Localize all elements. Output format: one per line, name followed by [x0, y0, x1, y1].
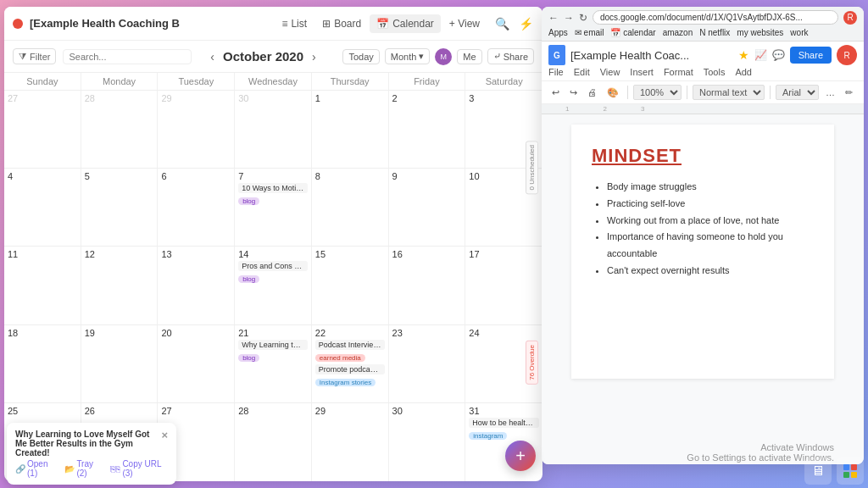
- calendar-day[interactable]: 30: [235, 91, 312, 168]
- calendar-day[interactable]: 1: [312, 91, 389, 168]
- calendar-day[interactable]: 7 10 Ways to Motivate Yo... blog: [235, 169, 312, 246]
- notification-bar: Why Learning to Love Myself Got Me Bette…: [7, 423, 176, 485]
- event-item[interactable]: Promote podcast epis...: [315, 364, 385, 374]
- calendar-day[interactable]: 9: [389, 169, 466, 246]
- calendar-day[interactable]: 15: [312, 247, 389, 324]
- event-item[interactable]: Pros and Cons of a Ket...: [238, 261, 308, 271]
- search-input[interactable]: [63, 49, 192, 64]
- calendar-day[interactable]: 13: [158, 247, 235, 324]
- me-button[interactable]: Me: [457, 49, 481, 64]
- zoom-select[interactable]: 100%: [633, 85, 682, 100]
- calendar-day[interactable]: 2: [389, 91, 466, 168]
- day-header-sun: Sunday: [4, 73, 81, 90]
- more-options[interactable]: …: [822, 86, 838, 99]
- filter-button[interactable]: ⧩ Filter: [13, 48, 56, 64]
- bookmark-calendar[interactable]: 📅 calendar: [610, 28, 655, 37]
- menu-edit[interactable]: Edit: [574, 67, 590, 77]
- share-button[interactable]: ⤶ Share: [487, 48, 534, 64]
- calendar-day[interactable]: 30: [389, 403, 466, 481]
- tab-list[interactable]: ≡ List: [275, 14, 314, 33]
- bookmark-apps[interactable]: Apps: [548, 28, 568, 37]
- month-button[interactable]: Month ▾: [385, 48, 431, 64]
- menu-add[interactable]: Add: [735, 67, 752, 77]
- event-item[interactable]: Podcast Interview [sho...: [315, 340, 385, 350]
- calendar-day[interactable]: 12: [81, 247, 159, 324]
- tray-action[interactable]: 📂 Tray (2): [64, 459, 102, 478]
- calendar-day[interactable]: 21 Why Learning to Love M... blog: [235, 325, 312, 402]
- forward-button[interactable]: →: [564, 12, 574, 24]
- taskbar-icon-monitor[interactable]: 🖥: [804, 458, 832, 485]
- taskbar-icons: 🖥: [804, 458, 864, 485]
- calendar-day[interactable]: 4: [4, 169, 81, 246]
- settings-icon[interactable]: ⚡: [517, 15, 534, 32]
- event-item[interactable]: Why Learning to Love M...: [238, 340, 308, 350]
- open-action[interactable]: 🔗 Open (1): [15, 459, 56, 478]
- menu-tools[interactable]: Tools: [704, 67, 726, 77]
- edit-icon[interactable]: ✏: [842, 86, 856, 100]
- calendar-day[interactable]: 18: [4, 325, 81, 402]
- gdoc-header: G [Example Health Coac... ★ 📈 💬 Share R …: [542, 42, 864, 81]
- gdoc-content: MINDSET Body image struggles Practicing …: [542, 114, 864, 464]
- menu-insert[interactable]: Insert: [630, 67, 654, 77]
- menu-file[interactable]: File: [548, 67, 564, 77]
- calendar-day[interactable]: 16: [389, 247, 466, 324]
- nav-tabs: ≡ List ⊞ Board 📅 Calendar + View: [275, 14, 487, 33]
- chrome-bar: ← → ↻ docs.google.com/document/d/1X/Q1Vs…: [548, 10, 857, 25]
- calendar-day[interactable]: 22 Podcast Interview [sho... earned medi…: [312, 325, 389, 402]
- copy-url-action[interactable]: ⎘⎘ Copy URL (3): [110, 459, 168, 478]
- star-icon[interactable]: ★: [738, 48, 749, 62]
- event-tag: earned media: [315, 354, 365, 362]
- today-button[interactable]: Today: [342, 49, 379, 64]
- calendar-day[interactable]: 8: [312, 169, 389, 246]
- reload-button[interactable]: ↻: [579, 12, 587, 24]
- paint-button[interactable]: 🎨: [604, 86, 622, 100]
- calendar-day[interactable]: 5: [81, 169, 159, 246]
- event-item[interactable]: 10 Ways to Motivate Yo...: [238, 183, 308, 193]
- calendar-day[interactable]: 27: [4, 91, 81, 168]
- print-button[interactable]: 🖨: [584, 86, 600, 99]
- menu-format[interactable]: Format: [664, 67, 693, 77]
- menu-view[interactable]: View: [600, 67, 620, 77]
- list-item: Working out from a place of love, not ha…: [607, 213, 814, 230]
- style-select[interactable]: Normal text: [693, 85, 765, 100]
- overdue-indicator: 76 Overdue: [526, 341, 538, 385]
- next-month-button[interactable]: ›: [309, 50, 320, 64]
- calendar-day[interactable]: 23: [389, 325, 466, 402]
- url-bar[interactable]: docs.google.com/document/d/1X/Q1VsAytbfD…: [593, 10, 838, 25]
- calendar-day[interactable]: 28: [235, 403, 312, 481]
- calendar-day[interactable]: 11: [4, 247, 81, 324]
- tab-calendar[interactable]: 📅 Calendar: [370, 14, 441, 33]
- share-button[interactable]: Share: [790, 47, 832, 64]
- search-icon[interactable]: 🔍: [493, 15, 510, 32]
- undo-button[interactable]: ↩: [548, 86, 563, 100]
- event-tag: blog: [238, 275, 259, 283]
- gdoc-panel: ← → ↻ docs.google.com/document/d/1X/Q1Vs…: [542, 7, 864, 464]
- calendar-day[interactable]: 29: [312, 403, 389, 481]
- calendar-day[interactable]: 28: [81, 91, 159, 168]
- prev-month-button[interactable]: ‹: [207, 50, 218, 64]
- calendar-day[interactable]: 20: [158, 325, 235, 402]
- profile-icon[interactable]: R: [843, 11, 857, 25]
- font-select[interactable]: Arial: [776, 85, 819, 100]
- tab-view[interactable]: + View: [442, 14, 487, 33]
- gdoc-title-bar: G [Example Health Coac... ★ 📈 💬 Share R: [548, 45, 857, 65]
- taskbar-icon-app[interactable]: [837, 458, 864, 485]
- gdoc-toolbar: ↩ ↪ 🖨 🎨 100% Normal text Arial … ✏: [542, 81, 864, 104]
- link-icon: 🔗: [15, 464, 25, 474]
- calendar-day[interactable]: 29: [158, 91, 235, 168]
- bookmark-mywebsites[interactable]: my websites: [737, 28, 783, 37]
- bookmark-email[interactable]: ✉ email: [575, 28, 604, 37]
- list-item: Practicing self-love: [607, 196, 814, 213]
- day-header-thu: Thursday: [312, 73, 389, 90]
- back-button[interactable]: ←: [548, 12, 559, 24]
- bookmark-netflix[interactable]: N netflix: [699, 28, 730, 37]
- doc-page: MINDSET Body image struggles Practicing …: [571, 125, 834, 379]
- close-notification-button[interactable]: ×: [161, 430, 168, 441]
- tab-board[interactable]: ⊞ Board: [315, 14, 368, 33]
- calendar-day[interactable]: 19: [81, 325, 159, 402]
- bookmark-amazon[interactable]: amazon: [663, 28, 693, 37]
- bookmark-work[interactable]: work: [790, 28, 808, 37]
- calendar-day[interactable]: 6: [158, 169, 235, 246]
- calendar-day[interactable]: 14 Pros and Cons of a Ket... blog: [235, 247, 312, 324]
- redo-button[interactable]: ↪: [566, 86, 581, 100]
